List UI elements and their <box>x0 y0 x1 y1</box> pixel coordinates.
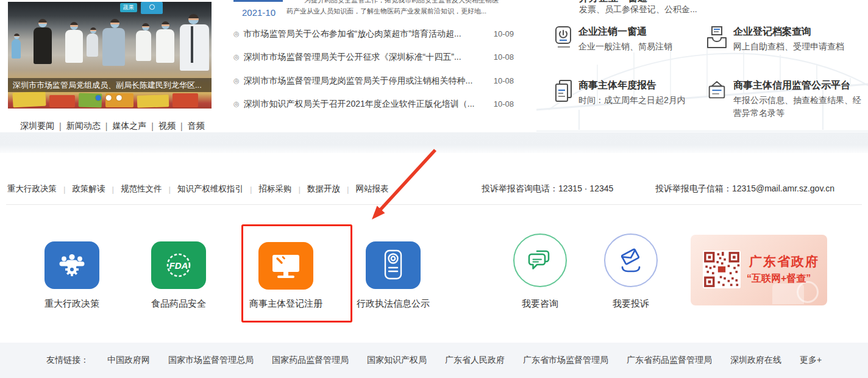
link-major-decisions[interactable]: 重大行政决策 <box>7 184 57 194</box>
tile-food-drug-safety[interactable]: FDA <box>151 241 206 289</box>
footer-link-gov-cn[interactable]: 中国政府网 <box>107 355 150 366</box>
tab-news-updates[interactable]: 新闻动态 <box>66 121 101 132</box>
footer-link-cnipa[interactable]: 国家知识产权局 <box>367 355 427 366</box>
service-desc: 网上自助查档、受理申请查档 <box>733 40 844 53</box>
tile-enforcement-disclosure[interactable] <box>366 241 421 289</box>
tile-label-major-decisions[interactable]: 重大行政决策 <box>20 298 124 310</box>
news-title[interactable]: 深圳市市场监督管理局龙岗监管局关于停用或注销相关特种... <box>244 76 473 85</box>
svg-text:FDA: FDA <box>169 260 188 271</box>
footer-link-samr[interactable]: 国家市场监督管理总局 <box>168 355 254 366</box>
qr-code <box>703 251 741 288</box>
footer-link-gd-samr[interactable]: 广东省市场监督管理局 <box>523 355 608 366</box>
photo-blue-sign <box>141 2 163 14</box>
news-row[interactable]: ◎深圳市知识产权局关于召开2021年度企业软件正版化培训（... 10-08 <box>233 99 525 111</box>
bullet-icon: ◎ <box>233 100 240 107</box>
bullet-icon: ◎ <box>233 30 240 37</box>
label-consult[interactable]: 我要咨询 <box>488 298 592 310</box>
link-bidding[interactable]: 招标采购 <box>259 184 292 194</box>
tile-label-enforcement-disclosure[interactable]: 行政执法信息公示 <box>341 298 445 310</box>
tile-label-business-registration[interactable]: 商事主体登记注册 <box>234 298 338 310</box>
service-shortcuts: 开办企业一窗通 发票、员工参保登记、公积金... 企业注销一窗通 企业一般注销、… <box>552 0 868 131</box>
news-row[interactable]: ◎市市场监管局关于公布参加省“放心肉菜超市”培育活动超... 10-09 <box>233 29 525 41</box>
news-title[interactable]: 深圳市市场监督管理局关于公开征求《深圳标准“十四五”... <box>244 52 461 62</box>
footer-link-gd-mpa[interactable]: 广东省药品监督管理局 <box>627 355 712 366</box>
bullet-icon: ◎ <box>233 53 240 60</box>
footer-link-sz-gov-online[interactable]: 深圳政府在线 <box>730 355 781 366</box>
service-title[interactable]: 商事主体信用监管公示平台 <box>733 79 850 92</box>
quick-links-bar: 重大行政决策| 政策解读| 规范性文件| 知识产权维权指引| 招标采购| 数据开… <box>7 184 389 194</box>
news-date: 10-08 <box>494 52 514 62</box>
link-ip-rights-guide[interactable]: 知识产权维权指引 <box>177 184 243 194</box>
service-desc: 企业一般注销、简易注销 <box>578 40 672 53</box>
people-gear-icon <box>57 252 87 278</box>
photo-produce-sign: 蔬果 <box>120 3 137 12</box>
service-title[interactable]: 商事主体年度报告 <box>578 79 656 92</box>
chat-bubbles-icon <box>526 248 554 273</box>
section-separator-band <box>0 132 868 153</box>
tile-major-decisions[interactable] <box>44 241 99 289</box>
tile-label-food-drug-safety[interactable]: 食品药品安全 <box>127 298 230 310</box>
email-value[interactable]: 12315@mail.amr.sz.gov.cn <box>732 184 834 193</box>
tab-video[interactable]: 视频 <box>158 121 176 132</box>
tab-audio[interactable]: 音频 <box>188 121 205 132</box>
tab-media-voice[interactable]: 媒体之声 <box>112 121 146 132</box>
link-open-data[interactable]: 数据开放 <box>307 184 340 194</box>
news-tab-bar: 深圳要闻| 新闻动态| 媒体之声| 视频| 音频 <box>20 121 205 132</box>
photo-produce-box <box>49 95 75 107</box>
service-desc: 时间：成立周年之日起2月内 <box>578 94 686 107</box>
carousel-dot[interactable] <box>106 95 112 101</box>
footer-link-gd-gov[interactable]: 广东省人民政府 <box>445 355 505 366</box>
carousel-caption: 深圳市市场监管局党组成员、副局长陈建民到龙华区... <box>8 78 212 92</box>
news-summary: 药产业从业人员知识面，了解生物医药产业发展前沿知识，更好地... <box>286 7 486 16</box>
friend-links-label: 友情链接： <box>46 355 89 366</box>
horizontal-divider <box>6 204 862 205</box>
link-normative-documents[interactable]: 规范性文件 <box>121 184 162 194</box>
footer-links-bar: 友情链接： 中国政府网 国家市场监督管理总局 国家药品监督管理局 国家知识产权局… <box>0 343 868 378</box>
label-complaint[interactable]: 我要投诉 <box>579 298 683 310</box>
news-summary-clipped: 为提升药品安全监管工作，拓宽我市药品安全监管及大类相生物医 <box>304 0 499 5</box>
service-clipped-desc: 发票、员工参保登记、公积金... <box>579 4 697 15</box>
photo-produce-box <box>137 94 169 108</box>
archive-tray-icon <box>706 26 728 50</box>
active-tab-indicator <box>233 0 283 2</box>
service-desc: 年报公示信息、抽查检查结果、经营异常名录等 <box>733 94 866 119</box>
phone-value: 12315 · 12345 <box>558 184 613 193</box>
fda-wreath-icon: FDA <box>164 251 193 280</box>
complaint-button[interactable] <box>604 234 658 287</box>
carousel-photo[interactable]: 蔬果 深圳市市场监管局党组成员、副局长陈建民到龙华区... <box>8 2 212 109</box>
tile-business-registration[interactable] <box>258 242 313 290</box>
news-list: 2021-10 为提升药品安全监管工作，拓宽我市药品安全监管及大类相生物医 药产… <box>233 0 525 119</box>
top-section: 蔬果 深圳市市场监管局党组成员、副局长陈建民到龙华区... 深圳要闻| 新闻动态… <box>0 0 868 154</box>
tab-shenzhen-news[interactable]: 深圳要闻 <box>20 121 54 132</box>
complaint-email: 投诉举报电子信箱：12315@mail.amr.sz.gov.cn <box>655 184 834 194</box>
service-title[interactable]: 企业注销一窗通 <box>578 26 647 38</box>
banner-subtitle: “互联网+督查” <box>747 273 811 285</box>
carousel-dot[interactable] <box>116 95 122 101</box>
footer-link-nmpa[interactable]: 国家药品监督管理局 <box>272 355 349 366</box>
body-camera-icon <box>380 249 407 282</box>
email-label: 投诉举报电子信箱： <box>655 184 732 193</box>
gd-gov-supervision-banner[interactable]: 广东省政府 “互联网+督查” <box>691 235 827 305</box>
news-title[interactable]: 深圳市知识产权局关于召开2021年度企业软件正版化培训（... <box>244 99 475 109</box>
notice-board-icon <box>706 79 728 104</box>
photo-produce-box <box>173 93 198 107</box>
news-month-label: 2021-10 <box>242 7 276 18</box>
service-title[interactable]: 企业登记档案查询 <box>733 26 811 38</box>
phone-label: 投诉举报咨询电话： <box>482 184 558 193</box>
link-policy-interpretation[interactable]: 政策解读 <box>73 184 105 194</box>
news-row[interactable]: ◎深圳市市场监督管理局龙岗监管局关于停用或注销相关特种... 10-08 <box>233 76 525 88</box>
carousel-dot-active[interactable] <box>96 95 101 101</box>
link-site-report[interactable]: 网站报表 <box>356 184 389 194</box>
news-date: 10-09 <box>494 29 514 38</box>
footer-link-more[interactable]: 更多+ <box>800 355 822 366</box>
news-date: 10-08 <box>494 99 514 109</box>
consult-button[interactable] <box>513 234 567 287</box>
banner-title: 广东省政府 <box>749 253 819 270</box>
complaint-phone: 投诉举报咨询电话：12315 · 12345 <box>482 184 613 194</box>
news-row[interactable]: ◎深圳市市场监督管理局关于公开征求《深圳标准“十四五”... 10-08 <box>233 52 525 64</box>
photo-produce-box <box>12 91 46 108</box>
news-date: 10-08 <box>494 76 514 85</box>
news-title[interactable]: 市市场监管局关于公布参加省“放心肉菜超市”培育活动超... <box>244 29 461 38</box>
carousel-dots <box>96 95 122 101</box>
monitor-edit-icon <box>269 251 303 281</box>
